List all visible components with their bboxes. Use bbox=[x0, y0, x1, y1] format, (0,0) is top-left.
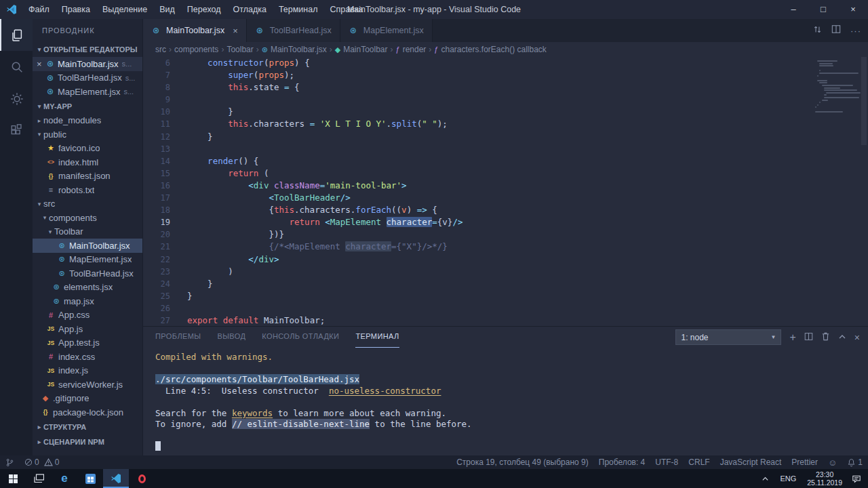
editor-tab[interactable]: ⊛MapElement.jsx bbox=[340, 19, 433, 42]
explorer-icon[interactable] bbox=[0, 19, 33, 51]
maximize-panel-icon[interactable] bbox=[838, 331, 846, 344]
extensions-icon[interactable] bbox=[0, 115, 33, 146]
breadcrumb-item[interactable]: src bbox=[155, 45, 166, 54]
panel-tab[interactable]: КОНСОЛЬ ОТЛАДКИ bbox=[262, 327, 339, 348]
scrollbar-thumb[interactable] bbox=[861, 57, 867, 145]
file-item[interactable]: JSindex.js bbox=[33, 364, 142, 378]
editor-tab[interactable]: ⊛MainToolbar.jsx× bbox=[143, 19, 247, 42]
file-item[interactable]: ⊛elements.jsx bbox=[33, 281, 142, 295]
folder-item[interactable]: ▾src bbox=[33, 197, 142, 211]
vscode-taskbar-icon[interactable] bbox=[103, 469, 129, 488]
split-editor-icon[interactable] bbox=[831, 24, 841, 37]
open-editor-item[interactable]: ⊛ToolBarHead.jsxs... bbox=[33, 71, 142, 85]
file-item[interactable]: JSApp.js bbox=[33, 322, 142, 336]
problems-indicator[interactable]: 0 0 bbox=[24, 458, 59, 467]
project-header[interactable]: ▾ MY-APP bbox=[33, 99, 142, 114]
terminal-link[interactable]: keywords bbox=[232, 408, 273, 418]
feedback-smiley-icon[interactable]: ☺ bbox=[828, 458, 837, 468]
language-indicator[interactable]: ENG bbox=[774, 474, 802, 483]
file-item[interactable]: ⊛MainToolbar.jsx bbox=[33, 239, 142, 253]
close-panel-icon[interactable]: × bbox=[854, 332, 860, 343]
close-button[interactable]: × bbox=[838, 0, 868, 19]
open-editor-item[interactable]: ×⊛MainToolbar.jsxs... bbox=[33, 57, 142, 71]
file-path: s... bbox=[122, 60, 132, 68]
open-editors-header[interactable]: ▾ ОТКРЫТЫЕ РЕДАКТОРЫ bbox=[33, 42, 142, 57]
folder-item[interactable]: ▾Toolbar bbox=[33, 225, 142, 239]
start-button[interactable] bbox=[0, 469, 26, 488]
file-item[interactable]: ⊛ToolBarHead.jsx bbox=[33, 266, 142, 281]
cursor-position[interactable]: Строка 19, столбец 49 (выбрано 9) bbox=[456, 458, 589, 467]
hidden-icons-chevron-icon[interactable] bbox=[756, 475, 774, 483]
file-item[interactable]: ★favicon.ico bbox=[33, 142, 142, 156]
file-item[interactable]: #index.css bbox=[33, 350, 142, 364]
panel-tab[interactable]: ТЕРМИНАЛ bbox=[355, 327, 399, 348]
code-line: 26 bbox=[143, 302, 868, 314]
close-icon[interactable]: × bbox=[37, 59, 45, 69]
breadcrumb-item[interactable]: components bbox=[174, 45, 218, 54]
file-item[interactable]: ◆.gitignore bbox=[33, 392, 142, 406]
terminal-output[interactable]: Compiled with warnings../src/components/… bbox=[143, 348, 868, 455]
folder-item[interactable]: ▾public bbox=[33, 127, 142, 142]
split-terminal-icon[interactable] bbox=[804, 331, 813, 344]
file-item[interactable]: ⊛map.jsx bbox=[33, 294, 142, 308]
editor-scrollbar[interactable] bbox=[860, 57, 868, 326]
more-actions-icon[interactable]: ··· bbox=[850, 26, 861, 36]
edge-icon[interactable]: e bbox=[52, 469, 77, 488]
terminal-shell-select[interactable]: 1: node ▼ bbox=[675, 329, 781, 345]
section-header[interactable]: ▸СТРУКТУРА bbox=[33, 420, 142, 434]
menu-item[interactable]: Правка bbox=[56, 0, 96, 19]
clock[interactable]: 23:30 25.11.2019 bbox=[802, 470, 848, 487]
breadcrumb-item[interactable]: ◆MainToolbar bbox=[335, 45, 388, 54]
terminal-link[interactable]: no-useless-constructor bbox=[329, 386, 441, 396]
file-item[interactable]: JSApp.test.js bbox=[33, 336, 142, 350]
terminal-text: To ignore, add bbox=[155, 419, 232, 429]
folder-item[interactable]: ▸node_modules bbox=[33, 114, 142, 128]
menu-item[interactable]: Выделение bbox=[96, 0, 153, 19]
section-header[interactable]: ▸СЦЕНАРИИ NPM bbox=[33, 434, 142, 449]
file-item[interactable]: #App.css bbox=[33, 308, 142, 323]
menu-item[interactable]: Файл bbox=[22, 0, 56, 19]
minimize-button[interactable]: – bbox=[778, 0, 808, 19]
minimap[interactable] bbox=[815, 60, 859, 114]
file-item[interactable]: ⊛MapElement.jsx bbox=[33, 253, 142, 267]
open-editor-item[interactable]: ⊛MapElement.jsxs... bbox=[33, 85, 142, 99]
code-token: return bbox=[290, 217, 320, 227]
new-terminal-icon[interactable]: + bbox=[789, 332, 795, 343]
eol[interactable]: CRLF bbox=[688, 458, 709, 467]
breadcrumb-item[interactable]: ƒcharacters.forEach() callback bbox=[434, 45, 547, 54]
breadcrumb-item[interactable]: Toolbar bbox=[226, 45, 253, 54]
indentation[interactable]: Пробелов: 4 bbox=[599, 458, 646, 467]
swap-vertical-icon[interactable] bbox=[813, 24, 822, 37]
breadcrumb-item[interactable]: ƒrender bbox=[396, 45, 427, 54]
search-icon[interactable] bbox=[0, 51, 33, 83]
folder-item[interactable]: ▾components bbox=[33, 211, 142, 225]
maximize-button[interactable]: □ bbox=[808, 0, 838, 19]
file-item[interactable]: JSserviceWorker.js bbox=[33, 378, 142, 392]
close-icon[interactable]: × bbox=[233, 26, 238, 36]
settings-gear-icon[interactable] bbox=[0, 83, 33, 115]
code-token bbox=[315, 119, 320, 129]
language-mode[interactable]: JavaScript React bbox=[720, 458, 782, 467]
file-item[interactable]: {}package-lock.json bbox=[33, 405, 142, 420]
microsoft-store-icon[interactable] bbox=[77, 469, 103, 488]
editor-tab[interactable]: ⊛ToolBarHead.jsx bbox=[247, 19, 340, 42]
file-item[interactable]: {}manifest.json bbox=[33, 169, 142, 184]
notifications-bell-icon[interactable]: 1 bbox=[847, 458, 863, 467]
encoding[interactable]: UTF-8 bbox=[655, 458, 678, 467]
formatter[interactable]: Prettier bbox=[791, 458, 818, 467]
kill-terminal-icon[interactable] bbox=[821, 331, 830, 344]
breadcrumb-item[interactable]: ⊛MainToolbar.jsx bbox=[262, 45, 327, 54]
file-item[interactable]: ≡robots.txt bbox=[33, 183, 142, 197]
panel-tab[interactable]: ПРОБЛЕМЫ bbox=[155, 327, 201, 348]
action-center-icon[interactable] bbox=[848, 474, 868, 483]
file-item[interactable]: <>index.html bbox=[33, 155, 142, 169]
opera-icon[interactable] bbox=[129, 469, 155, 488]
editor[interactable]: 6 constructor(props) {7 super(props);8 t… bbox=[143, 57, 868, 326]
menu-item[interactable]: Переход bbox=[181, 0, 227, 19]
menu-item[interactable]: Терминал bbox=[273, 0, 324, 19]
task-view-icon[interactable] bbox=[26, 469, 52, 488]
panel-tab[interactable]: ВЫВОД bbox=[217, 327, 245, 348]
menu-item[interactable]: Вид bbox=[153, 0, 181, 19]
menu-item[interactable]: Отладка bbox=[227, 0, 273, 19]
git-branch-icon[interactable] bbox=[5, 458, 14, 467]
